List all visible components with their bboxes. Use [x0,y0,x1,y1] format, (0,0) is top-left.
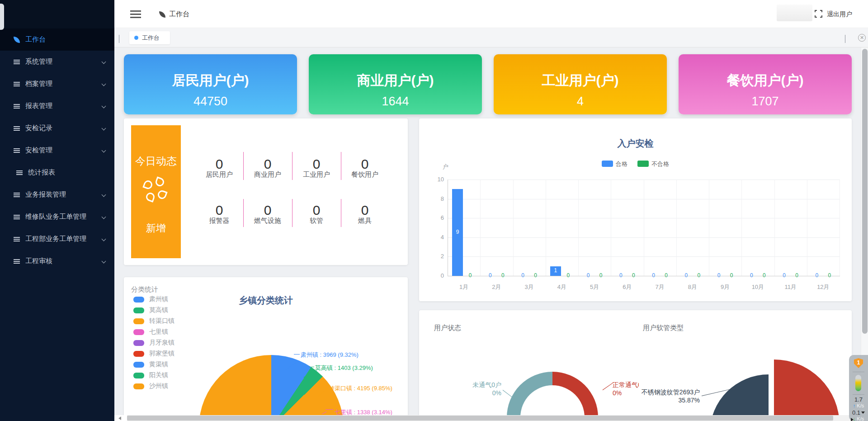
chevron-down-icon [102,82,106,86]
sidebar-item-10[interactable]: 工程审核 [0,250,114,272]
hamburger-menu-icon[interactable] [130,10,141,12]
today-banner: 今日动态 新增 [131,125,181,258]
floating-speed-widget[interactable]: 1 1.7 ↑ K/s 0.1 ↓ K/s [849,355,868,421]
sidebar-nav: 工作台系统管理档案管理报表管理安检记录安检管理统计报表业务报装管理维修队业务工单… [0,28,114,272]
chevron-down-icon [102,126,106,131]
today-value: 0 [340,203,390,218]
bar-value-label: 0 [496,272,509,279]
sidebar-item-label: 业务报装管理 [25,190,102,199]
legend-swatch [133,329,144,335]
v-gridline [513,180,514,276]
legend-label: 黄渠镇 [149,360,168,369]
horizontal-scrollbar-thumb[interactable] [127,416,833,421]
leader-line [322,385,328,386]
sidebar-item-7[interactable]: 业务报装管理 [0,184,114,206]
bar-value-label: 0 [594,272,607,279]
download-speed: 0.1 [849,409,868,416]
breadcrumb-label: 工作台 [169,10,189,19]
today-value: 0 [194,203,244,218]
horizontal-scrollbar [114,415,861,421]
pie-legend-item[interactable]: 莫高镇 [133,306,168,314]
pie-legend-item[interactable]: 阳关镇 [133,371,168,379]
tabs-scroll-left-button[interactable] [119,35,119,43]
pie-legend-item[interactable]: 转渠口镇 [133,317,175,325]
user-status-card: 用户状态 用户软管类型 未通气0户0% 正常通气0户0% 不锈钢波纹管2693户… [419,310,852,421]
menu-lines-icon [14,84,20,85]
chevron-down-icon [102,215,106,219]
y-tick-label: 10 [428,176,444,183]
pie-legend-item[interactable]: 肃州镇 [133,295,168,303]
today-banner-title: 今日动态 [131,154,181,168]
logout-button[interactable]: 退出用户 [827,10,852,19]
x-tick-label: 5月 [578,283,611,291]
v-gridline [546,180,546,276]
vertical-scrollbar-thumb[interactable] [862,49,868,334]
leader-line [309,367,314,367]
sidebar-item-3[interactable]: 报表管理 [0,95,114,117]
sidebar-item-2[interactable]: 档案管理 [0,73,114,95]
bar-value-label: 0 [614,272,627,279]
close-tabs-icon[interactable]: ✕ [858,34,866,42]
divider [853,372,864,372]
pie-legend-item[interactable]: 郭家堡镇 [133,350,175,358]
menu-lines-icon [14,61,20,62]
v-gridline [774,180,775,276]
chevron-down-icon [102,193,106,197]
sidebar-item-label: 维修队业务工单管理 [25,213,102,221]
divider [341,199,341,227]
pie-legend-item[interactable]: 黄渠镇 [133,360,168,369]
pie-callout-label: 肃州镇 : 3969 (9.32%) [301,351,359,359]
x-tick-label: 12月 [807,283,840,291]
today-label: 商业用户 [243,170,292,179]
x-tick-label: 2月 [480,283,513,291]
today-label: 工业用户 [292,170,341,179]
sidebar-item-8[interactable]: 维修队业务工单管理 [0,206,114,228]
sidebar-item-0[interactable]: 工作台 [0,28,114,51]
stat-card-value: 44750 [124,95,297,109]
sidebar-item-label: 档案管理 [25,80,102,88]
sidebar-item-label: 工程部业务工单管理 [25,235,102,243]
pie-legend-item[interactable]: 月牙泉镇 [133,339,175,347]
gridline [448,199,840,199]
sidebar-item-4[interactable]: 安检记录 [0,117,114,139]
legend-swatch [133,340,144,346]
sidebar-item-label: 工程审核 [25,257,102,265]
fullscreen-icon[interactable] [815,10,822,18]
bar-value-label: 0 [464,272,476,279]
bar-value-label: 1 [549,267,562,274]
today-value: 0 [340,156,390,172]
bar-value-label: 0 [582,272,594,279]
sidebar-item-label: 统计报表 [28,168,105,177]
today-label: 燃具 [340,217,390,225]
sidebar-item-5[interactable]: 安检管理 [0,139,114,161]
pie-legend-item[interactable]: 沙州镇 [133,382,168,390]
today-value: 0 [292,156,341,172]
tab-workbench[interactable]: 工作台 [129,31,170,44]
chevron-down-icon [102,237,106,241]
menu-lines-icon [14,239,20,240]
sidebar-item-9[interactable]: 工程部业务工单管理 [0,228,114,250]
sidebar-item-6[interactable]: 统计报表 [0,161,114,184]
today-label: 燃气设施 [243,217,292,225]
v-gridline [676,180,677,276]
sidebar-item-1[interactable]: 系统管理 [0,51,114,73]
stat-card-value: 1644 [309,95,482,109]
v-gridline [480,180,481,276]
tabs-scroll-right-button[interactable] [845,35,845,43]
pie-legend-item[interactable]: 七里镇 [133,328,168,336]
chevron-down-icon [102,148,106,153]
scroll-left-button[interactable] [114,415,127,421]
y-axis-line [448,180,448,276]
legend-item[interactable]: 合格 [602,160,627,168]
x-tick-label: 4月 [546,283,578,291]
leader-line [326,409,333,410]
bar-value-label: 9 [451,229,464,235]
legend-item[interactable]: 不合格 [637,160,669,168]
menu-lines-icon [14,106,20,107]
pinwheel-icon [143,178,170,205]
legend-swatch [602,161,613,167]
stat-card-title: 商业用户(户) [309,71,482,90]
bar-value-label: 0 [647,272,660,279]
bar-value-label: 0 [712,272,725,279]
bar-value-label: 0 [660,272,673,279]
